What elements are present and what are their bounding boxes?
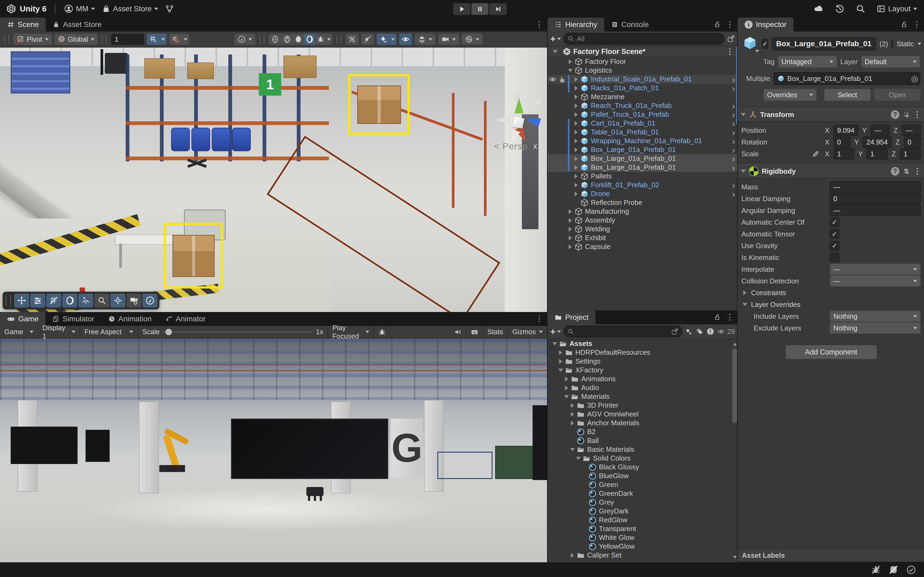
project-scrollbar[interactable] (732, 348, 737, 423)
debug-draw-dropdown[interactable] (315, 34, 332, 45)
transform-menu[interactable]: ⋮ (913, 111, 921, 119)
undo-history-button[interactable] (835, 4, 845, 14)
rigidbody-menu[interactable]: ⋮ (913, 167, 921, 175)
project-item-3d-printer[interactable]: 3D Printer (548, 401, 738, 410)
project-item-blueglow[interactable]: BlueGlow (548, 472, 738, 480)
gizmo-axis-cone[interactable] (496, 116, 509, 124)
play-focused-dropdown[interactable]: Play Focused (328, 326, 374, 338)
search-button[interactable] (856, 4, 866, 14)
asset-labels-bar[interactable]: Asset Labels (738, 548, 924, 562)
open-prefab-button[interactable]: Open (874, 89, 920, 101)
rotate-snap-button[interactable] (78, 293, 93, 308)
tab-project[interactable]: Project (548, 310, 595, 324)
expander-icon[interactable] (569, 412, 576, 417)
mass-field[interactable]: — (830, 181, 921, 193)
automatic-tensor-checkbox[interactable]: ✓ (830, 229, 839, 239)
tab-asset-store[interactable]: Asset Store (46, 18, 108, 32)
snap-settings-dropdown[interactable] (182, 34, 189, 45)
hierarchy-item-welding[interactable]: Welding (548, 225, 738, 234)
toolbar-drag-handle[interactable] (4, 35, 9, 44)
shading-unlit-button[interactable] (293, 34, 304, 45)
hierarchy-item-assembly[interactable]: Assembly (548, 216, 738, 225)
include-layers-dropdown[interactable]: Nothing (830, 310, 921, 322)
tab-game[interactable]: Game (0, 312, 45, 326)
hierarchy-item-mezzanine[interactable]: Mezzanine (548, 92, 738, 101)
hierarchy-item-table-01a-prefab-01[interactable]: Table_01a_Prefab_01› (548, 128, 738, 137)
scale-slider[interactable] (163, 332, 313, 333)
transform-header[interactable]: Transform ? ⋮ (738, 107, 924, 122)
shading-button[interactable] (62, 293, 77, 308)
hierarchy-item-wrapping-machine-01a-prefab-01[interactable]: Wrapping_Machine_01a_Prefab_01› (548, 137, 738, 145)
draw-mode-dropdown[interactable] (234, 34, 255, 45)
inspector-panel-menu[interactable]: ⋮ (913, 20, 921, 28)
tab-hierarchy[interactable]: Hierarchy (548, 18, 604, 32)
grid-axis-dropdown[interactable] (160, 34, 166, 45)
display-dropdown[interactable]: Display 1 (38, 326, 80, 338)
hierarchy-item-logistics[interactable]: Logistics (548, 66, 738, 75)
audio-toggle[interactable] (361, 34, 374, 45)
project-scroll-up[interactable]: ▲ (732, 341, 737, 347)
search-tool-button[interactable] (94, 293, 109, 308)
hierarchy-item-industrial-scale-01a-prefab-01[interactable]: Industrial_Scale_01a_Prefab_01› (548, 75, 738, 84)
expander-icon[interactable] (567, 209, 574, 214)
prefab-thumbnail-icon[interactable] (742, 35, 758, 52)
scale-z-field[interactable]: 1 (900, 148, 921, 160)
hidden-packages-toggle[interactable] (706, 327, 714, 335)
project-item-animations[interactable]: Animations (548, 374, 738, 383)
scene-panel-menu[interactable]: ⋮ (535, 20, 543, 28)
game-panel-menu[interactable]: ⋮ (535, 315, 543, 323)
static-checkbox[interactable] (892, 39, 893, 48)
account-menu[interactable]: MM (64, 4, 95, 13)
expander-icon[interactable] (573, 95, 580, 99)
expander-icon[interactable] (573, 183, 580, 187)
effects-toggle[interactable] (377, 34, 389, 45)
expander-icon[interactable] (573, 112, 580, 117)
expander-icon[interactable] (573, 147, 580, 152)
asset-store-menu[interactable]: Asset Store (102, 5, 158, 13)
rotation-x-field[interactable]: 0 (834, 137, 850, 148)
rotation-z-field[interactable]: 0 (904, 137, 921, 148)
gizmo-z-cone[interactable] (523, 114, 541, 127)
position-y-field[interactable]: — (871, 125, 890, 136)
expander-icon[interactable] (569, 553, 576, 558)
linear-damping-field[interactable]: 0 (830, 193, 921, 205)
active-checkbox[interactable]: ✓ (762, 39, 768, 48)
project-item-greendark[interactable]: GreenDark (548, 489, 738, 498)
expander-icon[interactable] (569, 421, 576, 425)
camera-dropdown[interactable] (438, 34, 459, 45)
step-button[interactable] (489, 3, 507, 15)
overlay-drag-handle[interactable] (6, 295, 11, 306)
expander-icon[interactable] (573, 121, 580, 126)
position-x-field[interactable]: 9.094 (834, 125, 858, 136)
shading-wireframe-button[interactable] (269, 34, 281, 45)
visible-items-count[interactable]: 29 (717, 327, 735, 336)
tab-console[interactable]: Console (604, 18, 656, 32)
row-visibility-toggle[interactable] (549, 75, 557, 83)
expander-icon[interactable] (563, 385, 570, 390)
camera-overlay-button[interactable] (126, 293, 141, 308)
selection-box-lower[interactable] (164, 223, 223, 288)
debugger-detached-icon[interactable] (871, 565, 881, 575)
frame-debugger-button[interactable] (374, 326, 391, 338)
prefab-object-field[interactable]: Box_Large_01a_Prefab_01 ◎ (774, 72, 920, 85)
pause-button[interactable] (472, 3, 488, 15)
effects-dropdown[interactable] (389, 34, 396, 45)
row-pickable-toggle[interactable] (558, 76, 566, 83)
hierarchy-item-box-large-01a-prefab-01[interactable]: Box_Large_01a_Prefab_01› (548, 154, 738, 163)
hierarchy-item-reach-truck-01a-prefab[interactable]: Reach_Truck_01a_Prefab› (548, 101, 738, 110)
grid-toggle-button[interactable] (46, 293, 61, 308)
scene-viewport[interactable]: 1 (0, 48, 547, 312)
tab-animation[interactable]: Animation (101, 312, 159, 326)
project-item-materials[interactable]: Materials (548, 392, 738, 401)
progress-ok-icon[interactable] (906, 565, 916, 575)
project-item-ball[interactable]: Ball (548, 436, 738, 445)
overrides-dropdown[interactable]: Overrides (763, 89, 817, 101)
scale-x-field[interactable]: 1 (834, 148, 854, 160)
hierarchy-item-cart-01a-prefab-01[interactable]: Cart_01a_Prefab_01› (548, 119, 738, 128)
expander-icon[interactable] (563, 395, 570, 398)
layout-dropdown[interactable]: Layout (876, 4, 917, 13)
gizmo-lock-icon[interactable] (535, 97, 543, 105)
position-z-field[interactable]: — (902, 125, 921, 136)
expander-icon[interactable] (567, 244, 574, 249)
grid-axis-button[interactable]: Y (147, 34, 160, 45)
